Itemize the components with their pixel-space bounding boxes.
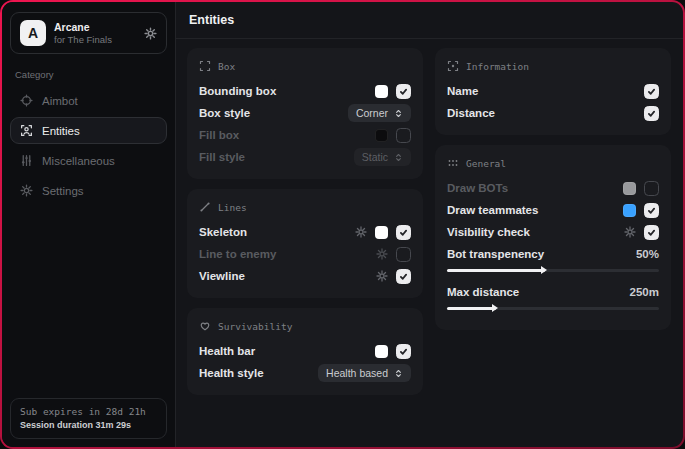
visibility-config-gear-icon[interactable] [624,226,636,238]
line-to-enemy-config-gear-icon[interactable] [376,248,388,260]
skeleton-color-swatch[interactable] [375,226,388,239]
slider-thumb[interactable] [492,304,498,312]
settings-gear-icon[interactable] [144,27,157,40]
diagonal-line-icon [199,201,211,213]
row-label: Draw BOTs [447,182,615,194]
viewline-config-gear-icon[interactable] [376,270,388,282]
sidebar-item-settings[interactable]: Settings [10,177,167,204]
max-distance-slider[interactable] [447,307,659,310]
fill-style-dropdown[interactable]: Static [354,148,411,166]
distance-checkbox[interactable] [644,106,659,121]
sliders-icon [20,154,33,167]
sub-expiry-text: Sub expires in 28d 21h [20,406,157,417]
info-scan-icon [447,60,459,72]
row-box-style: Box style Corner [199,102,411,124]
section-title: Information [466,61,529,72]
bot-transparency-slider[interactable] [447,269,659,272]
health-bar-color-swatch[interactable] [375,345,388,358]
survivability-section-header: Survivability [199,318,411,340]
row-draw-teammates: Draw teammates [447,199,659,221]
page-title: Entities [189,13,234,27]
row-max-distance: Max distance 250m [447,281,659,303]
dropdown-value: Static [362,151,388,163]
chevron-up-down-icon [394,369,403,378]
section-title: Box [218,61,235,72]
sidebar-item-entities[interactable]: Entities [10,117,167,144]
draw-teammates-checkbox[interactable] [644,203,659,218]
row-bot-transparency: Bot transpenency 50% [447,243,659,265]
line-to-enemy-checkbox[interactable] [396,247,411,262]
draw-bots-color-swatch[interactable] [623,182,636,195]
sidebar-item-label: Miscellaneous [42,155,115,167]
gear-icon [20,184,33,197]
visibility-check-checkbox[interactable] [644,225,659,240]
health-bar-checkbox[interactable] [396,344,411,359]
row-viewline: Viewline [199,265,411,287]
fill-box-color-swatch[interactable] [375,129,388,142]
section-title: Lines [218,202,247,213]
sidebar: A Arcane for The Finals Category [2,2,176,447]
row-line-to-enemy: Line to enemy [199,243,411,265]
row-skeleton: Skeleton [199,221,411,243]
session-duration-text: Session duration 31m 29s [20,420,157,430]
check-icon [647,228,656,237]
app-title: Arcane [54,21,112,34]
check-icon [399,228,408,237]
section-title: Survivability [218,321,292,332]
left-column: Box Bounding box Box style Corner [187,48,423,395]
sidebar-item-label: Entities [42,125,80,137]
page-content: Box Bounding box Box style Corner [176,39,683,404]
bot-transparency-value: 50% [636,248,659,260]
slider-thumb[interactable] [541,266,547,274]
row-fill-box: Fill box [199,124,411,146]
row-distance: Distance [447,102,659,124]
bounding-box-checkbox[interactable] [396,84,411,99]
check-icon [399,272,408,281]
skeleton-config-gear-icon[interactable] [355,226,367,238]
max-distance-value: 250m [630,286,659,298]
entities-scan-icon [20,124,33,137]
grid-dots-icon [447,157,459,169]
viewline-checkbox[interactable] [396,269,411,284]
logo-card: A Arcane for The Finals [10,12,167,54]
check-icon [399,87,408,96]
row-label: Health bar [199,345,367,357]
row-label: Visibility check [447,226,616,238]
dropdown-value: Corner [356,107,388,119]
section-title: General [466,158,506,169]
health-style-dropdown[interactable]: Health based [318,364,411,382]
row-visibility-check: Visibility check [447,221,659,243]
slider-fill [447,307,496,310]
row-draw-bots: Draw BOTs [447,177,659,199]
row-label: Bounding box [199,85,367,97]
sidebar-item-aimbot[interactable]: Aimbot [10,87,167,114]
information-section-header: Information [447,58,659,80]
chevron-up-down-icon [394,109,403,118]
app-logo: A [20,20,46,46]
sidebar-nav: Aimbot Entities [10,87,167,204]
row-label: Viewline [199,270,368,282]
sidebar-item-label: Settings [42,185,84,197]
row-label: Fill style [199,151,346,163]
name-checkbox[interactable] [644,84,659,99]
slider-label: Max distance [447,286,622,298]
chevron-up-down-icon [394,153,403,162]
skeleton-checkbox[interactable] [396,225,411,240]
survivability-section: Survivability Health bar Health style He… [187,308,423,395]
information-section: Information Name Distance [435,48,671,135]
sidebar-item-miscellaneous[interactable]: Miscellaneous [10,147,167,174]
lines-section: Lines Skeleton Line to enemy [187,189,423,298]
row-name: Name [447,80,659,102]
row-bounding-box: Bounding box [199,80,411,102]
crosshair-icon [20,94,33,107]
draw-teammates-color-swatch[interactable] [623,204,636,217]
draw-bots-checkbox[interactable] [644,181,659,196]
row-label: Draw teammates [447,204,615,216]
logo-text: Arcane for The Finals [54,21,112,46]
box-style-dropdown[interactable]: Corner [348,104,411,122]
row-health-bar: Health bar [199,340,411,362]
general-section-header: General [447,155,659,177]
window-frame: A Arcane for The Finals Category [0,0,685,449]
fill-box-checkbox[interactable] [396,128,411,143]
bounding-box-color-swatch[interactable] [375,85,388,98]
